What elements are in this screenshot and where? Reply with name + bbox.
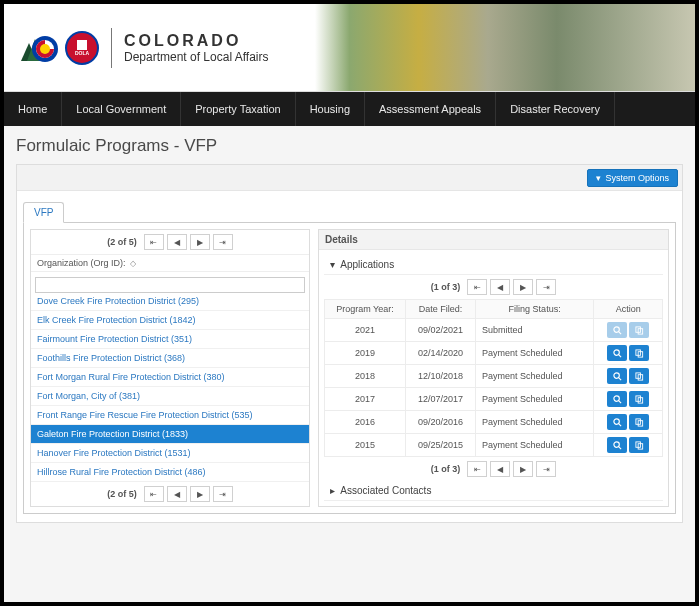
tab-body: (2 of 5) ⇤ ◀ ▶ ⇥ Organization (Org ID): … [23, 222, 676, 514]
org-list-item[interactable]: Hillrose Rural Fire Protection District … [31, 463, 309, 482]
org-filter-input[interactable] [35, 277, 305, 293]
pager-last-button[interactable]: ⇥ [213, 486, 233, 502]
col-filing-status[interactable]: Filing Status: [475, 300, 594, 319]
logo-divider [111, 28, 112, 68]
org-list-item[interactable]: Galeton Fire Protection District (1833) [31, 425, 309, 444]
view-action-button[interactable] [607, 322, 627, 338]
pager-next-button[interactable]: ▶ [190, 234, 210, 250]
view-action-button[interactable] [607, 437, 627, 453]
svg-point-5 [614, 326, 619, 331]
svg-point-21 [614, 418, 619, 423]
details-panel: Details ▾ Applications (1 of 3) ⇤ ◀ ▶ [318, 229, 669, 507]
nav-disaster-recovery[interactable]: Disaster Recovery [496, 92, 615, 126]
svg-line-22 [619, 423, 621, 425]
nav-local-government[interactable]: Local Government [62, 92, 181, 126]
cell-year: 2019 [325, 342, 406, 365]
org-panel: (2 of 5) ⇤ ◀ ▶ ⇥ Organization (Org ID): … [30, 229, 310, 507]
copy-action-button[interactable] [629, 368, 649, 384]
org-list-item[interactable]: Hanover Fire Protection District (1531) [31, 444, 309, 463]
col-date-filed[interactable]: Date Filed: [405, 300, 475, 319]
dola-badge-icon: DOLA [65, 31, 99, 65]
pager-first-button[interactable]: ⇤ [467, 279, 487, 295]
associated-contacts-accordion[interactable]: ▸ Associated Contacts [324, 481, 663, 501]
pager-last-button[interactable]: ⇥ [536, 279, 556, 295]
org-list-item[interactable]: Foothills Fire Protection District (368) [31, 349, 309, 368]
org-column-header[interactable]: Organization (Org ID): ◇ [31, 254, 309, 272]
details-header: Details [319, 230, 668, 250]
copy-action-button[interactable] [629, 437, 649, 453]
caret-down-icon: ▾ [596, 173, 601, 183]
nav-assessment-appeals[interactable]: Assessment Appeals [365, 92, 496, 126]
cell-year: 2017 [325, 388, 406, 411]
nav-property-taxation[interactable]: Property Taxation [181, 92, 295, 126]
copy-action-button[interactable] [629, 322, 649, 338]
cell-status: Payment Scheduled [475, 365, 594, 388]
svg-point-13 [614, 372, 619, 377]
applications-accordion[interactable]: ▾ Applications [324, 255, 663, 275]
cell-date: 09/02/2021 [405, 319, 475, 342]
apps-pager-label-bottom: (1 of 3) [431, 464, 461, 474]
system-options-button[interactable]: ▾ System Options [587, 169, 678, 187]
pager-first-button[interactable]: ⇤ [467, 461, 487, 477]
header-banner: DOLA COLORADO Department of Local Affair… [4, 4, 695, 92]
pager-prev-button[interactable]: ◀ [167, 486, 187, 502]
table-row: 201609/20/2016Payment Scheduled [325, 411, 663, 434]
logo-group: DOLA COLORADO Department of Local Affair… [19, 28, 269, 68]
org-list-item[interactable]: Fairmount Fire Protection District (351) [31, 330, 309, 349]
pager-next-button[interactable]: ▶ [190, 486, 210, 502]
org-list-item[interactable]: Fort Morgan, City of (381) [31, 387, 309, 406]
nav-home[interactable]: Home [4, 92, 62, 126]
brand-dept: Department of Local Affairs [124, 50, 269, 64]
cell-year: 2018 [325, 365, 406, 388]
apps-pager-bottom: (1 of 3) ⇤ ◀ ▶ ⇥ [324, 457, 663, 481]
tab-vfp[interactable]: VFP [23, 202, 64, 223]
pager-next-button[interactable]: ▶ [513, 461, 533, 477]
pager-last-button[interactable]: ⇥ [213, 234, 233, 250]
page-title: Formulaic Programs - VFP [16, 136, 683, 156]
svg-point-17 [614, 395, 619, 400]
pager-prev-button[interactable]: ◀ [167, 234, 187, 250]
svg-point-4 [40, 44, 50, 54]
view-action-button[interactable] [607, 368, 627, 384]
svg-line-6 [619, 331, 621, 333]
svg-point-9 [614, 349, 619, 354]
view-action-button[interactable] [607, 391, 627, 407]
pager-next-button[interactable]: ▶ [513, 279, 533, 295]
brand-name: COLORADO [124, 32, 269, 50]
table-row: 201902/14/2020Payment Scheduled [325, 342, 663, 365]
pager-first-button[interactable]: ⇤ [144, 234, 164, 250]
copy-action-button[interactable] [629, 414, 649, 430]
system-options-label: System Options [605, 173, 669, 183]
view-action-button[interactable] [607, 345, 627, 361]
cell-actions [594, 411, 663, 434]
page-panel: ▾ System Options VFP (2 of 5) ⇤ ◀ ▶ [16, 164, 683, 523]
cell-status: Payment Scheduled [475, 388, 594, 411]
cell-date: 02/14/2020 [405, 342, 475, 365]
copy-action-button[interactable] [629, 345, 649, 361]
pager-prev-button[interactable]: ◀ [490, 279, 510, 295]
cell-status: Payment Scheduled [475, 411, 594, 434]
view-action-button[interactable] [607, 414, 627, 430]
cell-year: 2021 [325, 319, 406, 342]
col-action: Action [594, 300, 663, 319]
cell-status: Payment Scheduled [475, 434, 594, 457]
org-list-item[interactable]: Dove Creek Fire Protection District (295… [31, 292, 309, 311]
pager-prev-button[interactable]: ◀ [490, 461, 510, 477]
org-list-item[interactable]: Front Range Fire Rescue Fire Protection … [31, 406, 309, 425]
cell-date: 12/10/2018 [405, 365, 475, 388]
nav-housing[interactable]: Housing [296, 92, 365, 126]
pager-last-button[interactable]: ⇥ [536, 461, 556, 477]
org-list-item[interactable]: Elk Creek Fire Protection District (1842… [31, 311, 309, 330]
copy-action-button[interactable] [629, 391, 649, 407]
col-program-year[interactable]: Program Year: [325, 300, 406, 319]
caret-right-icon: ▸ [330, 485, 338, 496]
pager-first-button[interactable]: ⇤ [144, 486, 164, 502]
org-list-item[interactable]: Fort Morgan Rural Fire Protection Distri… [31, 368, 309, 387]
svg-line-18 [619, 400, 621, 402]
cell-year: 2015 [325, 434, 406, 457]
svg-line-26 [619, 446, 621, 448]
applications-table: Program Year: Date Filed: Filing Status:… [324, 299, 663, 457]
svg-line-14 [619, 377, 621, 379]
cell-date: 12/07/2017 [405, 388, 475, 411]
cell-date: 09/25/2015 [405, 434, 475, 457]
